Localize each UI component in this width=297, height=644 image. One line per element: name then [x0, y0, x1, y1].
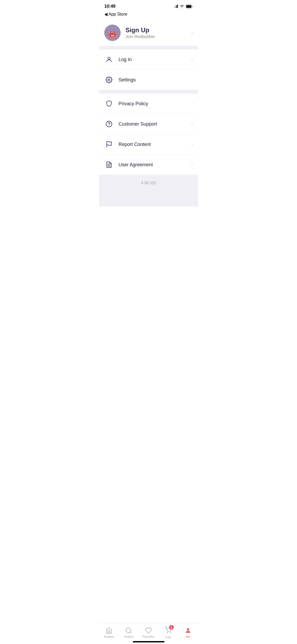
agreement-label: User Agreement — [119, 162, 191, 168]
status-icons — [173, 4, 193, 8]
login-chevron-icon: › — [191, 57, 193, 62]
version-text: 4.26.1(3) — [141, 181, 156, 185]
gear-icon — [104, 75, 114, 85]
report-label: Report Content — [119, 142, 191, 147]
back-label: App Store — [109, 12, 127, 17]
section-separator-1 — [99, 46, 198, 49]
svg-point-18 — [108, 57, 110, 59]
app-store-back[interactable]: ◀ App Store — [99, 11, 198, 20]
support-chevron-icon: › — [191, 122, 193, 126]
agreement-chevron-icon: › — [191, 162, 193, 167]
status-time: 10:49 — [104, 4, 115, 9]
person-icon — [104, 55, 114, 64]
menu-item-report[interactable]: Report Content › — [99, 134, 198, 155]
svg-point-20 — [106, 121, 112, 127]
signup-title: Sign Up — [125, 26, 191, 34]
signup-subtitle: Join Redbubble — [125, 34, 191, 39]
bottom-spacer — [99, 191, 198, 206]
back-arrow-icon: ◀ — [104, 12, 107, 17]
signup-section[interactable]: Sign Up Join Redbubble › — [99, 20, 198, 46]
login-label: Log In — [119, 57, 191, 62]
help-circle-icon — [104, 119, 114, 129]
menu-item-support[interactable]: Customer Support › — [99, 114, 198, 134]
file-text-icon — [104, 160, 114, 169]
shield-icon — [104, 99, 114, 108]
flag-icon — [104, 140, 114, 149]
signal-bars-icon — [173, 5, 178, 8]
version-section: 4.26.1(3) — [99, 175, 198, 191]
wifi-icon — [180, 4, 184, 8]
menu-item-login[interactable]: Log In › — [99, 49, 198, 70]
settings-label: Settings — [119, 77, 191, 83]
menu-item-agreement[interactable]: User Agreement › — [99, 155, 198, 175]
svg-rect-1 — [186, 5, 191, 8]
support-label: Customer Support — [119, 121, 191, 127]
signup-text: Sign Up Join Redbubble — [125, 26, 191, 39]
menu-group-2: Privacy Policy › Customer Support › — [99, 94, 198, 175]
svg-rect-16 — [112, 35, 113, 36]
svg-rect-17 — [113, 35, 114, 36]
settings-chevron-icon: › — [191, 77, 193, 82]
avatar — [104, 25, 121, 41]
signup-chevron-icon: › — [191, 30, 193, 35]
status-bar: 10:49 — [99, 0, 198, 11]
privacy-label: Privacy Policy — [119, 101, 191, 107]
menu-item-settings[interactable]: Settings › — [99, 70, 198, 90]
privacy-chevron-icon: › — [191, 101, 193, 106]
svg-rect-15 — [111, 35, 112, 36]
section-separator-2 — [99, 90, 198, 94]
menu-item-privacy[interactable]: Privacy Policy › — [99, 94, 198, 114]
battery-icon — [186, 5, 193, 8]
menu-group-1: Log In › Settings › — [99, 49, 198, 90]
svg-point-19 — [108, 79, 110, 81]
svg-point-12 — [114, 32, 115, 33]
report-chevron-icon: › — [191, 142, 193, 147]
svg-point-11 — [110, 32, 111, 33]
svg-point-5 — [111, 33, 114, 35]
